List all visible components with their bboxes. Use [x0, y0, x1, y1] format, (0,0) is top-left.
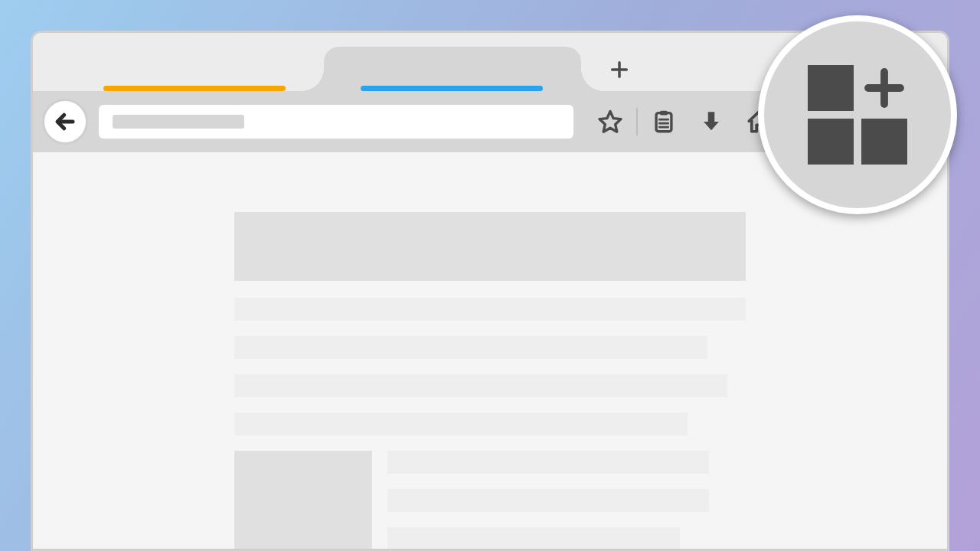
tab-accent-active — [361, 86, 543, 91]
content-line — [234, 336, 707, 359]
content-hero — [234, 212, 746, 281]
star-icon — [597, 109, 623, 135]
arrow-left-icon — [54, 110, 77, 133]
download-arrow-icon — [698, 109, 724, 135]
downloads-button[interactable] — [697, 108, 725, 135]
page-content — [33, 152, 947, 551]
content-line — [234, 412, 688, 435]
content-row-lines — [387, 451, 746, 551]
url-placeholder — [113, 115, 244, 129]
content-column — [234, 212, 746, 551]
content-row — [234, 451, 746, 551]
clipboard-icon — [651, 109, 677, 135]
tab-inactive[interactable] — [67, 47, 324, 91]
apps-grid-icon[interactable] — [808, 65, 907, 165]
plus-icon — [609, 59, 630, 80]
tab-active[interactable] — [324, 47, 581, 91]
svg-rect-1 — [660, 111, 668, 116]
callout-magnifier — [758, 15, 957, 214]
toolbar-separator — [636, 108, 638, 135]
apps-square-icon — [861, 119, 907, 165]
bookmark-button[interactable] — [596, 108, 624, 135]
tab-accent-inactive — [103, 86, 286, 91]
apps-square-icon — [808, 119, 854, 165]
new-tab-button[interactable] — [606, 56, 633, 83]
toolbar-icons — [596, 108, 773, 135]
apps-add-icon — [861, 65, 907, 111]
reading-list-button[interactable] — [650, 108, 678, 135]
content-thumbnail — [234, 451, 372, 551]
content-line — [234, 374, 727, 397]
content-line — [387, 527, 680, 550]
url-bar[interactable] — [99, 105, 573, 139]
content-line — [234, 298, 746, 321]
callout-inner — [764, 21, 951, 208]
apps-square-icon — [808, 65, 854, 111]
content-line — [387, 451, 709, 474]
content-line — [387, 489, 709, 512]
back-button[interactable] — [42, 99, 88, 145]
